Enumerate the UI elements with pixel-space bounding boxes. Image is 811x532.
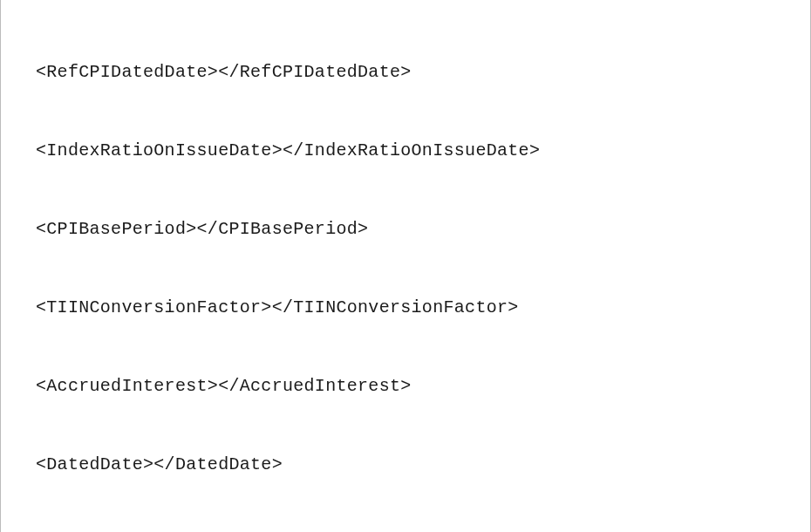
code-line: <DatedDate></DatedDate> (4, 452, 807, 478)
code-line: <IndexRatioOnIssueDate></IndexRatioOnIss… (4, 138, 807, 164)
code-line: <CPIBasePeriod></CPIBasePeriod> (4, 216, 807, 242)
code-line: <RefCPIDatedDate></RefCPIDatedDate> (4, 59, 807, 85)
code-line: <AccruedInterest></AccruedInterest> (4, 373, 807, 399)
code-line: <TIINConversionFactor></TIINConversionFa… (4, 295, 807, 321)
xml-code-block: <RefCPIDatedDate></RefCPIDatedDate> <Ind… (4, 7, 807, 532)
